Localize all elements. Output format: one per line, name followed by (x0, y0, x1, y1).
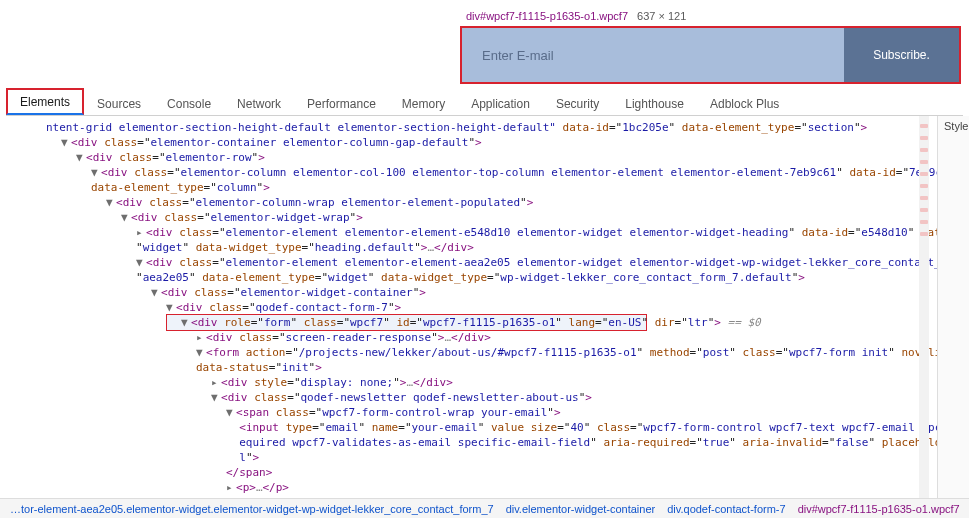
dom-node-cont: equired wpcf7-validates-as-email specifi… (6, 435, 937, 450)
highlighted-element-preview: Enter E-mail Subscribe. (460, 26, 961, 84)
subscribe-button-preview[interactable]: Subscribe. (844, 28, 959, 82)
dom-node-cont: l"> (6, 450, 937, 465)
devtools-tabs: Elements Sources Console Network Perform… (6, 90, 963, 116)
dom-node[interactable]: ▼<div class="elementor-widget-wrap"> (6, 210, 937, 225)
dom-node[interactable]: <input type="email" name="your-email" va… (6, 420, 937, 435)
crumb-item-active[interactable]: div#wpcf7-f1115-p1635-o1.wpcf7 (798, 503, 960, 515)
dom-node[interactable]: </span> (6, 465, 937, 480)
styles-panel[interactable]: Style (937, 116, 969, 498)
element-tooltip: div#wpcf7-f1115-p1635-o1.wpcf7 637 × 121 (460, 8, 692, 24)
scrollbar[interactable] (919, 116, 929, 498)
tab-memory[interactable]: Memory (389, 91, 458, 115)
crumb-item[interactable]: …tor-element-aea2e05.elementor-widget.el… (10, 503, 494, 515)
dom-node[interactable]: ▼<form action="/projects-new/lekker/abou… (6, 345, 937, 360)
dom-node[interactable]: ▸<div class="screen-reader-response">…</… (6, 330, 937, 345)
email-field-preview[interactable]: Enter E-mail (462, 28, 844, 82)
tab-application[interactable]: Application (458, 91, 543, 115)
dom-node[interactable]: ▼<div class="elementor-row"> (6, 150, 937, 165)
dom-node-selected[interactable]: ▼<div role="form" class="wpcf7" id="wpcf… (6, 315, 937, 330)
dom-node[interactable]: ▼<div class="qodef-contact-form-7"> (6, 300, 937, 315)
dom-node[interactable]: ▼<div class="qodef-newsletter qodef-news… (6, 390, 937, 405)
dom-node[interactable]: ▸<p>…</p> (6, 480, 937, 495)
dom-node-cont: data-element_type="column"> (6, 180, 937, 195)
tab-network[interactable]: Network (224, 91, 294, 115)
crumb-item[interactable]: div.elementor-widget-container (506, 503, 656, 515)
styles-heading: Style (944, 120, 963, 132)
dom-node-cont: data-status="init"> (6, 360, 937, 375)
dom-node-cont: "aea2e05" data-element_type="widget" dat… (6, 270, 937, 285)
tab-performance[interactable]: Performance (294, 91, 389, 115)
dom-node-cont: "widget" data-widget_type="heading.defau… (6, 240, 937, 255)
dom-node[interactable]: ▸<div class="elementor-element elementor… (6, 225, 937, 240)
dom-node[interactable]: ▼<div class="elementor-column-wrap eleme… (6, 195, 937, 210)
dom-node[interactable]: ▼<div class="elementor-container element… (6, 135, 937, 150)
breadcrumb[interactable]: …tor-element-aea2e05.elementor-widget.el… (0, 498, 969, 518)
tab-adblock-plus[interactable]: Adblock Plus (697, 91, 792, 115)
crumb-item[interactable]: div.qodef-contact-form-7 (667, 503, 785, 515)
dom-tree[interactable]: ntent-grid elementor-section-height-defa… (0, 116, 937, 498)
dom-node[interactable]: ▼<div class="elementor-element elementor… (6, 255, 937, 270)
dom-node[interactable]: ▼<span class="wpcf7-form-control-wrap yo… (6, 405, 937, 420)
tab-security[interactable]: Security (543, 91, 612, 115)
dom-node[interactable]: ntent-grid elementor-section-height-defa… (6, 120, 937, 135)
tab-sources[interactable]: Sources (84, 91, 154, 115)
dom-node[interactable]: ▼<div class="elementor-column elementor-… (6, 165, 937, 180)
dom-node[interactable]: ▸<div style="display: none;">…</div> (6, 375, 937, 390)
tab-elements[interactable]: Elements (6, 88, 84, 115)
tab-lighthouse[interactable]: Lighthouse (612, 91, 697, 115)
dom-node[interactable]: ▼<div class="elementor-widget-container"… (6, 285, 937, 300)
tab-console[interactable]: Console (154, 91, 224, 115)
